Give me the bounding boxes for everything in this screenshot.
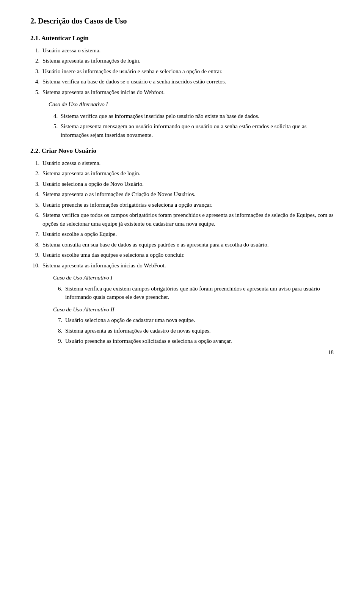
subsection-title-2-2: 2.2. Criar Novo Usuário xyxy=(30,146,334,156)
autenticar-login-steps: Usuário acessa o sistema. Sistema aprese… xyxy=(41,46,334,97)
list-item: Sistema verifica na base de dados se o u… xyxy=(41,77,334,86)
list-item: Sistema apresenta as informações de logi… xyxy=(41,169,334,178)
list-item: Sistema apresenta as informações inicias… xyxy=(41,261,334,270)
list-item: Sistema apresenta mensagem ao usuário in… xyxy=(59,122,334,139)
list-item: Usuário acessa o sistema. xyxy=(41,46,334,55)
subsection-title-2-1: 2.1. Autenticar Login xyxy=(30,33,334,43)
section-title: 2. Descrição dos Casos de Uso xyxy=(30,15,334,27)
list-item: Sistema apresenta as informações de logi… xyxy=(41,57,334,65)
alt-case-II-steps-2-2: Usuário seleciona a opção de cadastrar u… xyxy=(64,316,334,345)
alt-case-I-label-2-2: Caso de Uso Alternativo I xyxy=(53,273,334,282)
list-item: Usuário acessa o sistema. xyxy=(41,159,334,168)
alt-case-II-label-2-2: Caso de Uso Alternativo II xyxy=(53,305,334,314)
list-item: Sistema consulta em sua base de dados as… xyxy=(41,240,334,249)
list-item: Usuário escolhe a opção Equipe. xyxy=(41,230,334,239)
alt-case-I-block-2-1: Caso de Uso Alternativo I Sistema verifi… xyxy=(49,100,334,139)
criar-novo-usuario-steps: Usuário acessa o sistema. Sistema aprese… xyxy=(41,159,334,270)
page-container: 2. Descrição dos Casos de Uso 2.1. Auten… xyxy=(30,15,334,345)
alt-case-I-steps-2-2: Sistema verifica que existem campos obri… xyxy=(64,284,334,301)
alt-case-I-steps-2-1: Sistema verifica que as informações inse… xyxy=(59,112,334,140)
alt-case-II-block-2-2: Caso de Uso Alternativo II Usuário selec… xyxy=(53,305,334,345)
list-item: Usuário escolhe uma das equipes e seleci… xyxy=(41,251,334,259)
alt-case-I-block-2-2: Caso de Uso Alternativo I Sistema verifi… xyxy=(53,273,334,301)
list-item: Usuário insere as informações de usuário… xyxy=(41,67,334,76)
list-item: Usuário preenche as informações obrigató… xyxy=(41,201,334,209)
list-item: Usuário seleciona a opção de cadastrar u… xyxy=(64,316,334,325)
page-number: 18 xyxy=(328,348,334,357)
alt-case-I-label-2-1: Caso de Uso Alternativo I xyxy=(49,100,334,109)
list-item: Sistema verifica que todos os campos obr… xyxy=(41,211,334,228)
list-item: Sistema apresenta o as informações de Cr… xyxy=(41,190,334,199)
list-item: Usuário preenche as informações solicita… xyxy=(64,337,334,345)
list-item: Sistema apresenta as informações inicias… xyxy=(41,88,334,97)
list-item: Sistema apresenta as informações de cada… xyxy=(64,327,334,335)
list-item: Sistema verifica que existem campos obri… xyxy=(64,284,334,301)
list-item: Sistema verifica que as informações inse… xyxy=(59,112,334,121)
list-item: Usuário seleciona a opção de Novo Usuári… xyxy=(41,180,334,188)
